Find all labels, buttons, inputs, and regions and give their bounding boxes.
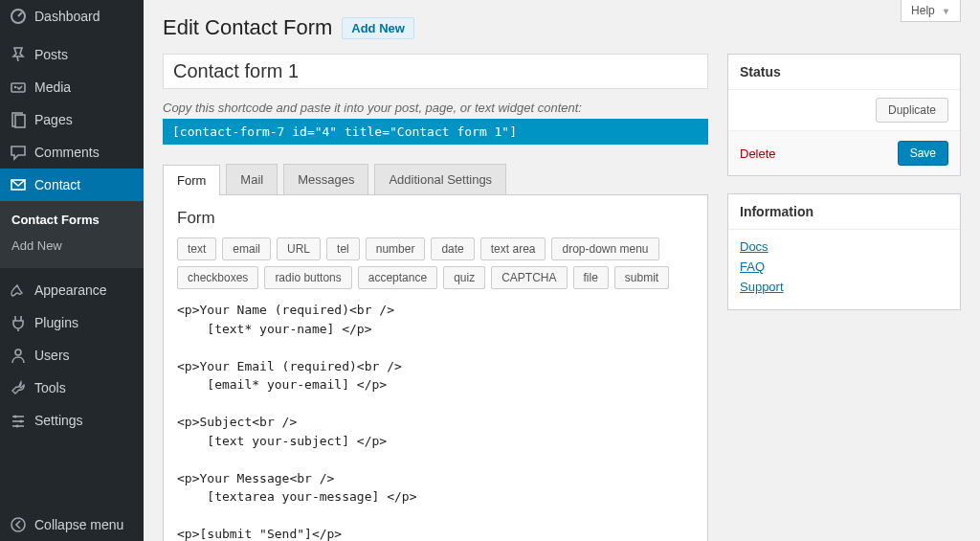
user-icon [10,347,27,364]
tab-additional[interactable]: Additional Settings [374,164,506,194]
comment-icon [10,144,27,161]
help-label: Help [911,4,935,17]
shortcode-display[interactable]: [contact-form-7 id="4" title="Contact fo… [163,119,708,145]
information-box-heading: Information [728,194,960,230]
sidebar-item-label: Plugins [34,315,78,330]
sidebar-item-label: Pages [34,112,73,127]
tag-button-text-area[interactable]: text area [480,237,546,260]
collapse-icon [10,516,27,533]
status-box: Status Duplicate Delete Save [727,54,961,176]
sidebar-item-settings[interactable]: Settings [0,404,144,437]
sidebar-item-users[interactable]: Users [0,339,144,372]
brush-icon [10,282,27,299]
plug-icon [10,314,27,331]
sidebar-item-dashboard[interactable]: Dashboard [0,0,144,33]
mail-icon [10,176,27,193]
tag-button-radio-buttons[interactable]: radio buttons [264,266,351,289]
form-body-textarea[interactable]: <p>Your Name (required)<br /> [text* you… [177,301,694,541]
form-panel: Form textemailURLtelnumberdatetext aread… [163,194,708,541]
tag-button-acceptance[interactable]: acceptance [358,266,437,289]
sidebar-item-pages[interactable]: Pages [0,103,144,136]
tag-button-drop-down-menu[interactable]: drop-down menu [551,237,658,260]
sidebar-item-label: Media [34,79,71,95]
shortcode-help-text: Copy this shortcode and paste it into yo… [163,101,708,115]
tag-button-file[interactable]: file [573,266,609,289]
sidebar-item-collapse[interactable]: Collapse menu [0,508,144,541]
tab-mail[interactable]: Mail [226,164,278,194]
tag-button-CAPTCHA[interactable]: CAPTCHA [491,266,567,289]
sidebar-item-label: Comments [34,145,100,160]
information-box: Information DocsFAQSupport [727,193,961,310]
sidebar-item-appearance[interactable]: Appearance [0,274,144,306]
sidebar-item-tools[interactable]: Tools [0,372,144,404]
admin-sidebar: DashboardPostsMediaPagesCommentsContactC… [0,0,144,541]
tag-button-quiz[interactable]: quiz [443,266,485,289]
tag-generator-list: textemailURLtelnumberdatetext areadrop-d… [177,237,694,289]
pin-icon [10,46,27,63]
page-title: Edit Contact Form [163,15,332,40]
pages-icon [10,111,27,128]
info-link-faq[interactable]: FAQ [740,259,948,274]
sliders-icon [10,412,27,429]
sidebar-item-plugins[interactable]: Plugins [0,306,144,339]
sidebar-item-media[interactable]: Media [0,71,144,103]
tag-button-submit[interactable]: submit [614,266,669,289]
wrench-icon [10,379,27,396]
tab-form[interactable]: Form [163,165,220,195]
sidebar-item-label: Contact [34,177,80,192]
duplicate-button[interactable]: Duplicate [876,98,948,123]
status-box-heading: Status [728,55,960,90]
add-new-button[interactable]: Add New [342,17,414,39]
form-panel-heading: Form [177,209,694,228]
dashboard-icon [10,8,27,25]
sidebar-item-contact[interactable]: Contact [0,169,144,201]
sidebar-item-posts[interactable]: Posts [0,38,144,71]
media-icon [10,79,27,96]
editor-tabs: FormMailMessagesAdditional Settings [163,164,708,194]
help-tab[interactable]: Help ▼ [901,0,961,22]
tag-button-tel[interactable]: tel [326,237,360,260]
sidebar-item-label: Settings [34,413,83,428]
sidebar-item-label: Posts [34,47,68,62]
sidebar-item-label: Tools [34,380,66,395]
tab-messages[interactable]: Messages [283,164,368,194]
sidebar-item-label: Dashboard [34,9,100,24]
sidebar-item-comments[interactable]: Comments [0,136,144,169]
sidebar-item-label: Appearance [34,282,107,298]
info-link-support[interactable]: Support [740,280,948,294]
main-content: Help ▼ Edit Contact Form Add New Copy th… [144,0,980,541]
form-title-input[interactable] [163,54,708,89]
sidebar-subitem-contact-add-new[interactable]: Add New [0,233,144,259]
sidebar-item-label: Users [34,348,70,363]
info-link-docs[interactable]: Docs [740,239,948,254]
sidebar-subitem-contact-forms[interactable]: Contact Forms [0,207,144,233]
tag-button-email[interactable]: email [222,237,271,260]
sidebar-item-label: Collapse menu [34,517,123,532]
tag-button-number[interactable]: number [366,237,426,260]
tag-button-date[interactable]: date [431,237,474,260]
tag-button-text[interactable]: text [177,237,216,260]
chevron-down-icon: ▼ [942,7,950,16]
delete-link[interactable]: Delete [740,147,776,161]
tag-button-checkboxes[interactable]: checkboxes [177,266,258,289]
save-button[interactable]: Save [898,141,948,166]
tag-button-URL[interactable]: URL [277,237,321,260]
